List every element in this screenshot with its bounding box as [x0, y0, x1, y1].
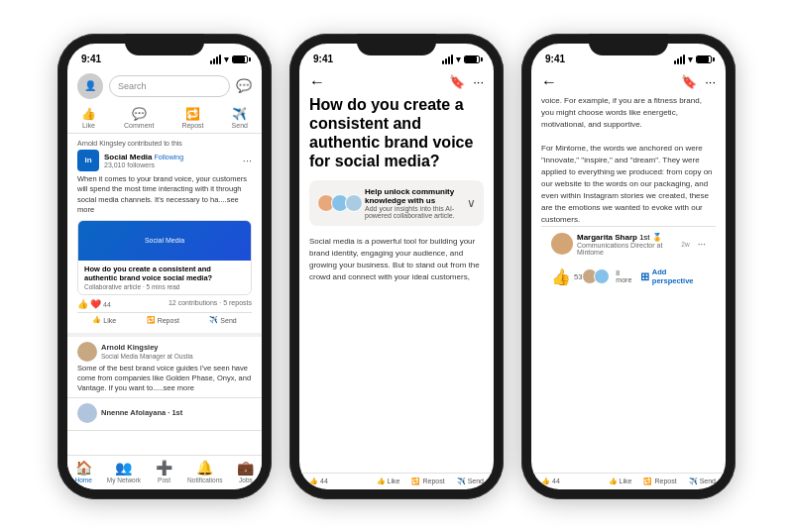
linkedin-badge: in	[77, 150, 99, 171]
article-send-btn[interactable]: ✈️ Send	[457, 478, 484, 485]
more-options-icon-3[interactable]: ···	[705, 74, 716, 89]
back-button-3[interactable]: ←	[541, 73, 557, 91]
feed-send-btn[interactable]: ✈️ Send	[232, 107, 248, 129]
collab-banner[interactable]: Help unlock community knowledge with us …	[309, 180, 484, 226]
phone-2: 9:41 ▾ ← 🔖 ···	[289, 34, 504, 499]
article-reactions: 👍 44	[309, 478, 328, 485]
battery-icon-2	[464, 55, 480, 63]
article-continued-screen: ← 🔖 ··· voice. For example, if you are a…	[531, 69, 726, 489]
notch-2	[357, 34, 436, 55]
post-2-body: Some of the best brand voice guides I've…	[77, 364, 251, 392]
article-repost-btn[interactable]: 🔁 Repost	[411, 478, 444, 485]
author-name-2: Arnold Kingsley	[101, 343, 193, 353]
scene: 9:41 ▾ 👤 Search	[0, 0, 793, 532]
bookmark-icon[interactable]: 🔖	[449, 74, 465, 89]
article-title: How do you create a consistent and authe…	[309, 95, 484, 171]
comment-likes-count: 👍 53	[551, 267, 582, 286]
article-actions: 👍 Like 🔁 Repost ✈️ Send	[377, 478, 484, 485]
user-avatar[interactable]: 👤	[77, 73, 103, 99]
stats-contrib: 12 contributions · 5 reposts	[169, 299, 252, 309]
nav-network[interactable]: 👥 My Network	[107, 460, 141, 483]
article-like-btn[interactable]: 👍 Like	[377, 478, 400, 485]
nav-post[interactable]: ➕ Post	[156, 460, 172, 483]
post-card-image: Social Media	[78, 221, 251, 261]
post-3-author: Nnenne Afolayana · 1st	[101, 408, 182, 418]
nav-jobs[interactable]: 💼 Jobs	[237, 460, 254, 483]
repost-icon-3: 🔁	[411, 478, 420, 485]
post-1-header: in Social Media Following 23,010 followe…	[77, 150, 252, 171]
post-3-header: Nnenne Afolayana · 1st	[77, 403, 252, 423]
bookmark-icon-3[interactable]: 🔖	[681, 74, 697, 89]
post-1-stats: 👍 ❤️ 44 12 contributions · 5 reposts	[77, 299, 252, 309]
comment-stats-row: 👍 53 8 more	[541, 265, 716, 289]
post-2-author-info: Arnold Kingsley Social Media Manager at …	[101, 343, 193, 361]
article-nav-3: ← 🔖 ···	[531, 69, 726, 95]
author-title-2: Social Media Manager at Oustia	[101, 353, 193, 361]
author-avatar-2	[77, 342, 97, 362]
commenter-details: Margarita Sharp 1st 🏅 Communications Dir…	[577, 233, 677, 256]
send-icon: ✈️	[232, 107, 247, 121]
perspective-avatars	[582, 268, 606, 284]
card-image-text: Social Media	[141, 233, 188, 248]
add-perspective-button[interactable]: ⊞ Add perspective	[640, 267, 706, 285]
article-reactions-3: 👍 44	[541, 478, 560, 485]
contributed-text: Arnold Kingsley contributed to this	[77, 140, 252, 147]
article-like-btn-3[interactable]: 👍 Like	[609, 478, 632, 485]
commenter-info: Margarita Sharp 1st 🏅 Communications Dir…	[551, 233, 706, 256]
following-label: Following	[154, 154, 183, 160]
battery-icon-3	[696, 55, 712, 63]
more-options-icon[interactable]: ···	[473, 74, 484, 89]
status-icons-1: ▾	[210, 54, 248, 64]
bottom-nav: 🏠 Home 👥 My Network ➕ Post 🔔 Notificatio…	[67, 455, 262, 489]
back-button[interactable]: ←	[309, 73, 325, 91]
feed-header: 👤 Search 💬	[67, 69, 262, 103]
article-continued-content: voice. For example, if you are a fitness…	[541, 96, 713, 224]
post-2: Arnold Kingsley Social Media Manager at …	[67, 337, 262, 398]
feed-actions-bar: 👍 Like 💬 Comment 🔁 Repost ✈️ Send	[67, 103, 262, 134]
spacer-1	[67, 431, 262, 454]
wifi-icon-2: ▾	[456, 54, 461, 64]
article-screen: ← 🔖 ··· How do you create a consistent a…	[299, 69, 494, 489]
network-icon: 👥	[115, 460, 132, 476]
article-footer: 👍 44 👍 Like 🔁 Repost ✈️	[299, 473, 494, 489]
post-1: Arnold Kingsley contributed to this in S…	[67, 134, 262, 338]
feed-comment-btn[interactable]: 💬 Comment	[124, 107, 154, 129]
feed-repost-btn[interactable]: 🔁 Repost	[181, 107, 203, 129]
article-repost-btn-3[interactable]: 🔁 Repost	[643, 478, 676, 485]
like-action[interactable]: 👍Like	[92, 316, 116, 324]
reaction-emoji-4: 👍	[541, 478, 550, 485]
nav-home[interactable]: 🏠 Home	[74, 460, 91, 483]
feed-screen: 👤 Search 💬 👍 Like 💬 Comment	[67, 69, 262, 489]
collab-avatar-3	[345, 194, 363, 212]
collab-title: Help unlock community knowledge with us	[365, 187, 461, 205]
article-actions-3: 👍 Like 🔁 Repost ✈️ Send	[609, 478, 716, 485]
reaction-count-3: 44	[552, 478, 560, 484]
post-1-actions: 👍Like 🔁Repost ✈️Send	[77, 312, 252, 327]
perspective-row: 8 more	[582, 268, 633, 284]
comment-more-icon[interactable]: ···	[698, 239, 706, 250]
card-title: How do you create a consistent and authe…	[84, 265, 245, 284]
linkedin-logo-text: in	[84, 156, 91, 164]
reaction-like-icon: 👍	[77, 299, 88, 309]
post-more-icon[interactable]: ···	[243, 155, 252, 166]
reaction-emoji-3: 👍	[551, 267, 571, 286]
post-2-header: Arnold Kingsley Social Media Manager at …	[77, 342, 252, 362]
repost-action[interactable]: 🔁Repost	[147, 316, 179, 324]
verified-icon: 1st 🏅	[639, 233, 662, 242]
article-send-btn-3[interactable]: ✈️ Send	[689, 478, 716, 485]
collab-avatars	[317, 194, 359, 212]
status-icons-3: ▾	[674, 54, 712, 64]
feed-like-btn[interactable]: 👍 Like	[81, 107, 96, 129]
nav-notifications[interactable]: 🔔 Notifications	[187, 460, 222, 483]
repost-icon-2: 🔁	[147, 316, 156, 324]
spacer-2	[299, 286, 494, 473]
post-card[interactable]: Social Media How do you create a consist…	[77, 220, 252, 296]
phone-3: 9:41 ▾ ← 🔖 ···	[521, 34, 736, 499]
messaging-icon[interactable]: 💬	[236, 78, 252, 93]
search-bar[interactable]: Search	[109, 75, 230, 97]
commenter-avatar	[551, 233, 573, 255]
post-reactions: 👍 ❤️ 44	[77, 299, 111, 309]
card-sub: Collaborative article · 5 mins read	[84, 283, 245, 290]
send-icon-3: ✈️	[457, 478, 466, 485]
send-action[interactable]: ✈️Send	[209, 316, 236, 324]
